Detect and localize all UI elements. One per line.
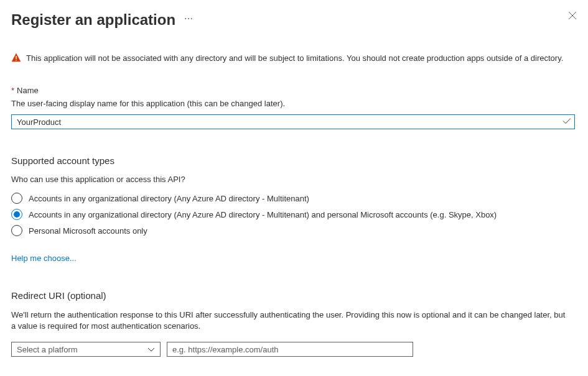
redirect-description: We'll return the authentication response… bbox=[11, 310, 571, 332]
radio-button[interactable] bbox=[11, 209, 22, 220]
warning-text: This application will not be associated … bbox=[26, 52, 563, 64]
radio-button[interactable] bbox=[11, 225, 22, 236]
chevron-down-icon bbox=[147, 345, 155, 354]
radio-option-org-multitenant[interactable]: Accounts in any organizational directory… bbox=[11, 193, 577, 204]
radio-label: Accounts in any organizational directory… bbox=[29, 210, 497, 219]
account-types-heading: Supported account types bbox=[11, 155, 577, 166]
close-button[interactable] bbox=[568, 11, 577, 22]
close-icon bbox=[568, 11, 577, 20]
radio-option-org-and-personal[interactable]: Accounts in any organizational directory… bbox=[11, 209, 577, 220]
warning-banner: This application will not be associated … bbox=[11, 52, 577, 65]
platform-select-value: Select a platform bbox=[17, 345, 78, 354]
radio-label: Accounts in any organizational directory… bbox=[29, 194, 309, 203]
svg-rect-1 bbox=[16, 60, 16, 60]
account-types-subheading: Who can use this application or access t… bbox=[11, 175, 577, 184]
radio-button[interactable] bbox=[11, 193, 22, 204]
more-actions-icon[interactable]: ⋯ bbox=[184, 14, 193, 24]
check-icon bbox=[562, 117, 571, 127]
name-hint: The user-facing display name for this ap… bbox=[11, 99, 577, 108]
page-title: Register an application bbox=[11, 11, 175, 29]
radio-option-personal-only[interactable]: Personal Microsoft accounts only bbox=[11, 225, 577, 236]
name-input[interactable] bbox=[11, 114, 575, 129]
redirect-uri-input[interactable] bbox=[167, 342, 413, 357]
warning-icon bbox=[11, 53, 21, 65]
help-me-choose-link[interactable]: Help me choose... bbox=[11, 254, 77, 263]
redirect-heading: Redirect URI (optional) bbox=[11, 290, 577, 301]
required-indicator: * bbox=[11, 86, 14, 95]
radio-label: Personal Microsoft accounts only bbox=[29, 226, 147, 236]
name-label: *Name bbox=[11, 86, 577, 95]
svg-rect-0 bbox=[16, 56, 16, 59]
platform-select[interactable]: Select a platform bbox=[11, 342, 161, 357]
